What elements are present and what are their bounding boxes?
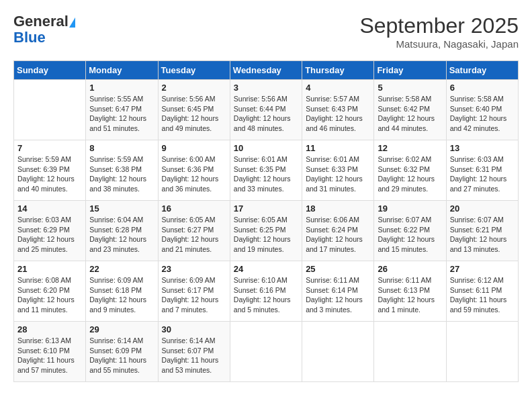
day-number: 4 — [306, 83, 370, 93]
calendar-cell — [230, 322, 302, 382]
calendar-cell: 10Sunrise: 6:01 AM Sunset: 6:35 PM Dayli… — [230, 140, 302, 201]
calendar-cell: 23Sunrise: 6:09 AM Sunset: 6:17 PM Dayli… — [158, 261, 230, 322]
calendar-cell: 8Sunrise: 5:59 AM Sunset: 6:38 PM Daylig… — [86, 140, 158, 201]
calendar-cell: 11Sunrise: 6:01 AM Sunset: 6:33 PM Dayli… — [302, 140, 374, 201]
calendar-week-3: 14Sunrise: 6:03 AM Sunset: 6:29 PM Dayli… — [14, 201, 519, 261]
dow-thursday: Thursday — [302, 61, 374, 80]
day-info: Sunrise: 6:11 AM Sunset: 6:14 PM Dayligh… — [306, 275, 370, 315]
day-number: 5 — [378, 83, 442, 93]
dow-sunday: Sunday — [14, 61, 86, 80]
calendar-cell: 29Sunrise: 6:14 AM Sunset: 6:09 PM Dayli… — [86, 322, 158, 382]
day-number: 13 — [450, 143, 515, 153]
calendar-cell: 12Sunrise: 6:02 AM Sunset: 6:32 PM Dayli… — [374, 140, 446, 201]
location: Matsuura, Nagasaki, Japan — [359, 38, 519, 50]
calendar-week-5: 28Sunrise: 6:13 AM Sunset: 6:10 PM Dayli… — [14, 322, 519, 382]
day-number: 7 — [17, 143, 82, 153]
calendar-cell: 21Sunrise: 6:08 AM Sunset: 6:20 PM Dayli… — [14, 261, 86, 322]
day-info: Sunrise: 6:01 AM Sunset: 6:35 PM Dayligh… — [234, 154, 298, 194]
day-info: Sunrise: 6:02 AM Sunset: 6:32 PM Dayligh… — [378, 154, 442, 194]
day-info: Sunrise: 6:04 AM Sunset: 6:28 PM Dayligh… — [89, 215, 154, 255]
day-number: 2 — [162, 83, 226, 93]
calendar-cell — [374, 322, 446, 382]
day-number: 25 — [306, 264, 370, 274]
day-info: Sunrise: 6:11 AM Sunset: 6:13 PM Dayligh… — [378, 275, 442, 315]
calendar-cell: 28Sunrise: 6:13 AM Sunset: 6:10 PM Dayli… — [14, 322, 86, 382]
day-number: 3 — [234, 83, 298, 93]
title-block: September 2025 Matsuura, Nagasaki, Japan — [359, 13, 519, 50]
calendar-cell: 5Sunrise: 5:58 AM Sunset: 6:42 PM Daylig… — [374, 80, 446, 140]
day-info: Sunrise: 6:05 AM Sunset: 6:25 PM Dayligh… — [234, 215, 298, 255]
day-number: 28 — [17, 324, 82, 334]
calendar-table: SundayMondayTuesdayWednesdayThursdayFrid… — [13, 60, 519, 382]
logo: General Blue — [13, 13, 75, 46]
calendar-body: 1Sunrise: 5:55 AM Sunset: 6:47 PM Daylig… — [14, 80, 519, 382]
logo-general-text: General — [13, 13, 69, 30]
day-info: Sunrise: 6:03 AM Sunset: 6:31 PM Dayligh… — [450, 154, 515, 194]
calendar-cell: 27Sunrise: 6:12 AM Sunset: 6:11 PM Dayli… — [446, 261, 518, 322]
calendar-cell: 4Sunrise: 5:57 AM Sunset: 6:43 PM Daylig… — [302, 80, 374, 140]
day-number: 19 — [378, 203, 442, 214]
calendar-cell: 3Sunrise: 5:56 AM Sunset: 6:44 PM Daylig… — [230, 80, 302, 140]
calendar-cell: 16Sunrise: 6:05 AM Sunset: 6:27 PM Dayli… — [158, 201, 230, 261]
day-number: 1 — [89, 83, 154, 93]
day-number: 24 — [234, 264, 298, 274]
calendar-cell: 26Sunrise: 6:11 AM Sunset: 6:13 PM Dayli… — [374, 261, 446, 322]
day-info: Sunrise: 5:58 AM Sunset: 6:40 PM Dayligh… — [450, 94, 515, 134]
calendar-week-2: 7Sunrise: 5:59 AM Sunset: 6:39 PM Daylig… — [14, 140, 519, 201]
calendar-cell: 7Sunrise: 5:59 AM Sunset: 6:39 PM Daylig… — [14, 140, 86, 201]
day-number: 8 — [89, 143, 154, 153]
day-number: 26 — [378, 264, 442, 274]
dow-tuesday: Tuesday — [158, 61, 230, 80]
calendar-week-1: 1Sunrise: 5:55 AM Sunset: 6:47 PM Daylig… — [14, 80, 519, 140]
dow-wednesday: Wednesday — [230, 61, 302, 80]
day-number: 17 — [234, 203, 298, 214]
calendar-cell — [446, 322, 518, 382]
day-info: Sunrise: 6:14 AM Sunset: 6:09 PM Dayligh… — [89, 336, 154, 375]
day-info: Sunrise: 6:05 AM Sunset: 6:27 PM Dayligh… — [162, 215, 226, 255]
day-info: Sunrise: 6:07 AM Sunset: 6:21 PM Dayligh… — [450, 215, 515, 255]
day-number: 10 — [234, 143, 298, 153]
day-number: 27 — [450, 264, 515, 274]
calendar-cell — [302, 322, 374, 382]
day-info: Sunrise: 6:07 AM Sunset: 6:22 PM Dayligh… — [378, 215, 442, 255]
day-number: 9 — [162, 143, 226, 153]
day-number: 6 — [450, 83, 515, 93]
logo-blue-text: Blue — [13, 29, 46, 46]
calendar-cell: 1Sunrise: 5:55 AM Sunset: 6:47 PM Daylig… — [86, 80, 158, 140]
day-info: Sunrise: 6:13 AM Sunset: 6:10 PM Dayligh… — [17, 336, 82, 375]
calendar-cell: 9Sunrise: 6:00 AM Sunset: 6:36 PM Daylig… — [158, 140, 230, 201]
day-info: Sunrise: 5:57 AM Sunset: 6:43 PM Dayligh… — [306, 94, 370, 134]
day-number: 15 — [89, 203, 154, 214]
calendar-cell: 19Sunrise: 6:07 AM Sunset: 6:22 PM Dayli… — [374, 201, 446, 261]
day-number: 14 — [17, 203, 82, 214]
calendar-cell: 20Sunrise: 6:07 AM Sunset: 6:21 PM Dayli… — [446, 201, 518, 261]
calendar-cell: 15Sunrise: 6:04 AM Sunset: 6:28 PM Dayli… — [86, 201, 158, 261]
days-of-week-header: SundayMondayTuesdayWednesdayThursdayFrid… — [14, 61, 519, 80]
day-info: Sunrise: 6:14 AM Sunset: 6:07 PM Dayligh… — [162, 336, 226, 375]
calendar-cell: 14Sunrise: 6:03 AM Sunset: 6:29 PM Dayli… — [14, 201, 86, 261]
calendar-cell: 13Sunrise: 6:03 AM Sunset: 6:31 PM Dayli… — [446, 140, 518, 201]
calendar-cell: 2Sunrise: 5:56 AM Sunset: 6:45 PM Daylig… — [158, 80, 230, 140]
day-info: Sunrise: 6:06 AM Sunset: 6:24 PM Dayligh… — [306, 215, 370, 255]
day-info: Sunrise: 5:56 AM Sunset: 6:45 PM Dayligh… — [162, 94, 226, 134]
calendar-cell: 22Sunrise: 6:09 AM Sunset: 6:18 PM Dayli… — [86, 261, 158, 322]
calendar-cell: 25Sunrise: 6:11 AM Sunset: 6:14 PM Dayli… — [302, 261, 374, 322]
day-info: Sunrise: 6:09 AM Sunset: 6:17 PM Dayligh… — [162, 275, 226, 315]
calendar-cell: 6Sunrise: 5:58 AM Sunset: 6:40 PM Daylig… — [446, 80, 518, 140]
day-number: 16 — [162, 203, 226, 214]
day-number: 23 — [162, 264, 226, 274]
day-info: Sunrise: 6:00 AM Sunset: 6:36 PM Dayligh… — [162, 154, 226, 194]
dow-saturday: Saturday — [446, 61, 518, 80]
day-info: Sunrise: 6:09 AM Sunset: 6:18 PM Dayligh… — [89, 275, 154, 315]
day-info: Sunrise: 6:12 AM Sunset: 6:11 PM Dayligh… — [450, 275, 515, 315]
dow-monday: Monday — [86, 61, 158, 80]
day-info: Sunrise: 5:59 AM Sunset: 6:39 PM Dayligh… — [17, 154, 82, 194]
calendar-cell: 24Sunrise: 6:10 AM Sunset: 6:16 PM Dayli… — [230, 261, 302, 322]
calendar-cell — [14, 80, 86, 140]
day-number: 12 — [378, 143, 442, 153]
month-title: September 2025 — [359, 13, 519, 38]
day-number: 18 — [306, 203, 370, 214]
day-number: 22 — [89, 264, 154, 274]
day-info: Sunrise: 6:03 AM Sunset: 6:29 PM Dayligh… — [17, 215, 82, 255]
day-info: Sunrise: 5:56 AM Sunset: 6:44 PM Dayligh… — [234, 94, 298, 134]
